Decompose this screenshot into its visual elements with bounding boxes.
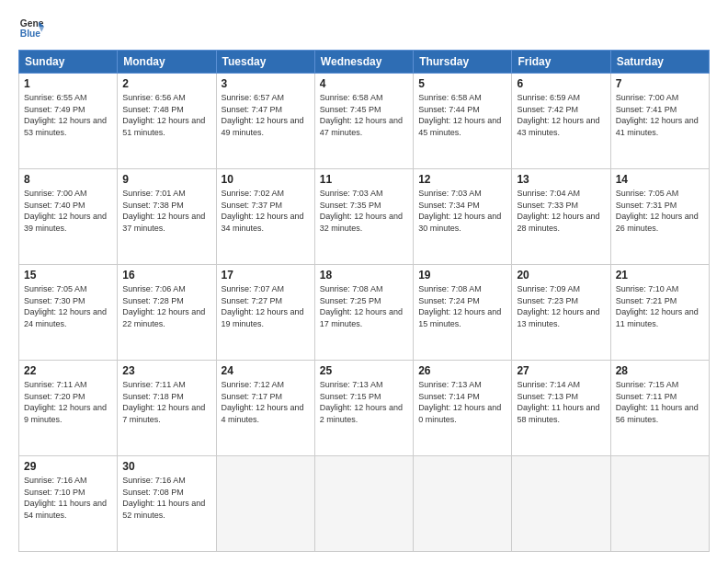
calendar-cell: 28 Sunrise: 7:15 AM Sunset: 7:11 PM Dayl… [610,361,709,456]
day-number: 28 [616,364,704,377]
calendar-cell: 22 Sunrise: 7:11 AM Sunset: 7:20 PM Dayl… [19,361,118,456]
calendar-cell: 2 Sunrise: 6:56 AM Sunset: 7:48 PM Dayli… [118,74,216,169]
calendar-cell: 21 Sunrise: 7:10 AM Sunset: 7:21 PM Dayl… [610,265,709,361]
calendar-week-2: 8 Sunrise: 7:00 AM Sunset: 7:40 PM Dayli… [19,169,710,265]
day-info: Sunrise: 7:16 AM Sunset: 7:08 PM Dayligh… [122,475,210,521]
calendar-cell: 24 Sunrise: 7:12 AM Sunset: 7:17 PM Dayl… [216,361,314,456]
calendar-cell [414,456,512,552]
calendar-cell [512,456,610,552]
day-info: Sunrise: 7:14 AM Sunset: 7:13 PM Dayligh… [517,379,605,425]
day-info: Sunrise: 7:03 AM Sunset: 7:35 PM Dayligh… [320,188,408,234]
calendar-cell: 29 Sunrise: 7:16 AM Sunset: 7:10 PM Dayl… [19,456,118,552]
day-number: 19 [418,269,506,282]
day-number: 22 [24,364,112,377]
day-info: Sunrise: 7:08 AM Sunset: 7:24 PM Dayligh… [418,283,506,329]
logo-icon: General Blue [18,15,44,40]
calendar-table: SundayMondayTuesdayWednesdayThursdayFrid… [18,50,710,552]
day-info: Sunrise: 7:12 AM Sunset: 7:17 PM Dayligh… [222,379,310,425]
day-number: 24 [222,364,310,377]
day-number: 13 [517,173,605,186]
calendar-cell: 10 Sunrise: 7:02 AM Sunset: 7:37 PM Dayl… [216,169,314,265]
day-info: Sunrise: 6:55 AM Sunset: 7:49 PM Dayligh… [24,92,112,138]
day-number: 16 [122,269,210,282]
page: General Blue SundayMondayTuesdayWednesda… [0,0,728,563]
day-number: 3 [222,77,310,90]
calendar-cell: 8 Sunrise: 7:00 AM Sunset: 7:40 PM Dayli… [19,169,118,265]
calendar-header-thursday: Thursday [414,51,512,74]
calendar-cell [314,456,413,552]
day-number: 11 [320,173,408,186]
calendar-cell: 17 Sunrise: 7:07 AM Sunset: 7:27 PM Dayl… [216,265,314,361]
calendar-cell: 6 Sunrise: 6:59 AM Sunset: 7:42 PM Dayli… [512,74,610,169]
day-number: 27 [517,364,605,377]
calendar-header-tuesday: Tuesday [216,51,314,74]
day-number: 5 [418,77,506,90]
logo: General Blue [18,15,44,40]
svg-text:Blue: Blue [20,29,41,39]
day-number: 23 [122,364,210,377]
day-number: 9 [122,173,210,186]
calendar-cell [216,456,314,552]
calendar-week-1: 1 Sunrise: 6:55 AM Sunset: 7:49 PM Dayli… [19,74,710,169]
day-info: Sunrise: 7:08 AM Sunset: 7:25 PM Dayligh… [320,283,408,329]
calendar-week-3: 15 Sunrise: 7:05 AM Sunset: 7:30 PM Dayl… [19,265,710,361]
day-info: Sunrise: 7:11 AM Sunset: 7:18 PM Dayligh… [122,379,210,425]
calendar-cell: 27 Sunrise: 7:14 AM Sunset: 7:13 PM Dayl… [512,361,610,456]
day-number: 1 [24,77,112,90]
calendar-cell [610,456,709,552]
calendar-cell: 11 Sunrise: 7:03 AM Sunset: 7:35 PM Dayl… [314,169,413,265]
day-info: Sunrise: 7:00 AM Sunset: 7:41 PM Dayligh… [616,92,704,138]
day-info: Sunrise: 7:00 AM Sunset: 7:40 PM Dayligh… [24,188,112,234]
day-info: Sunrise: 7:10 AM Sunset: 7:21 PM Dayligh… [616,283,704,329]
day-number: 8 [24,173,112,186]
day-info: Sunrise: 6:59 AM Sunset: 7:42 PM Dayligh… [517,92,605,138]
calendar-cell: 4 Sunrise: 6:58 AM Sunset: 7:45 PM Dayli… [314,74,413,169]
calendar-cell: 15 Sunrise: 7:05 AM Sunset: 7:30 PM Dayl… [19,265,118,361]
day-info: Sunrise: 6:58 AM Sunset: 7:44 PM Dayligh… [418,92,506,138]
calendar-cell: 1 Sunrise: 6:55 AM Sunset: 7:49 PM Dayli… [19,74,118,169]
calendar-cell: 26 Sunrise: 7:13 AM Sunset: 7:14 PM Dayl… [414,361,512,456]
day-number: 10 [222,173,310,186]
day-number: 7 [616,77,704,90]
calendar-week-5: 29 Sunrise: 7:16 AM Sunset: 7:10 PM Dayl… [19,456,710,552]
day-number: 26 [418,364,506,377]
day-info: Sunrise: 6:57 AM Sunset: 7:47 PM Dayligh… [222,92,310,138]
day-number: 21 [616,269,704,282]
day-info: Sunrise: 7:05 AM Sunset: 7:31 PM Dayligh… [616,188,704,234]
day-info: Sunrise: 6:56 AM Sunset: 7:48 PM Dayligh… [122,92,210,138]
day-info: Sunrise: 7:09 AM Sunset: 7:23 PM Dayligh… [517,283,605,329]
calendar-cell: 9 Sunrise: 7:01 AM Sunset: 7:38 PM Dayli… [118,169,216,265]
day-number: 14 [616,173,704,186]
day-number: 18 [320,269,408,282]
day-info: Sunrise: 7:04 AM Sunset: 7:33 PM Dayligh… [517,188,605,234]
day-info: Sunrise: 7:11 AM Sunset: 7:20 PM Dayligh… [24,379,112,425]
calendar-header-row: SundayMondayTuesdayWednesdayThursdayFrid… [19,51,710,74]
calendar-cell: 5 Sunrise: 6:58 AM Sunset: 7:44 PM Dayli… [414,74,512,169]
day-number: 20 [517,269,605,282]
calendar-week-4: 22 Sunrise: 7:11 AM Sunset: 7:20 PM Dayl… [19,361,710,456]
day-info: Sunrise: 7:06 AM Sunset: 7:28 PM Dayligh… [122,283,210,329]
day-info: Sunrise: 7:13 AM Sunset: 7:14 PM Dayligh… [418,379,506,425]
calendar-cell: 7 Sunrise: 7:00 AM Sunset: 7:41 PM Dayli… [610,74,709,169]
day-info: Sunrise: 7:07 AM Sunset: 7:27 PM Dayligh… [222,283,310,329]
day-number: 4 [320,77,408,90]
day-number: 25 [320,364,408,377]
day-info: Sunrise: 7:15 AM Sunset: 7:11 PM Dayligh… [616,379,704,425]
day-number: 30 [122,460,210,473]
calendar-cell: 14 Sunrise: 7:05 AM Sunset: 7:31 PM Dayl… [610,169,709,265]
day-info: Sunrise: 7:02 AM Sunset: 7:37 PM Dayligh… [222,188,310,234]
calendar-header-monday: Monday [118,51,216,74]
calendar-cell: 3 Sunrise: 6:57 AM Sunset: 7:47 PM Dayli… [216,74,314,169]
calendar-cell: 16 Sunrise: 7:06 AM Sunset: 7:28 PM Dayl… [118,265,216,361]
calendar-cell: 13 Sunrise: 7:04 AM Sunset: 7:33 PM Dayl… [512,169,610,265]
calendar-cell: 23 Sunrise: 7:11 AM Sunset: 7:18 PM Dayl… [118,361,216,456]
day-info: Sunrise: 6:58 AM Sunset: 7:45 PM Dayligh… [320,92,408,138]
calendar-cell: 30 Sunrise: 7:16 AM Sunset: 7:08 PM Dayl… [118,456,216,552]
day-number: 15 [24,269,112,282]
day-info: Sunrise: 7:13 AM Sunset: 7:15 PM Dayligh… [320,379,408,425]
calendar-header-wednesday: Wednesday [314,51,413,74]
day-number: 6 [517,77,605,90]
calendar-cell: 20 Sunrise: 7:09 AM Sunset: 7:23 PM Dayl… [512,265,610,361]
calendar-cell: 25 Sunrise: 7:13 AM Sunset: 7:15 PM Dayl… [314,361,413,456]
day-number: 17 [222,269,310,282]
